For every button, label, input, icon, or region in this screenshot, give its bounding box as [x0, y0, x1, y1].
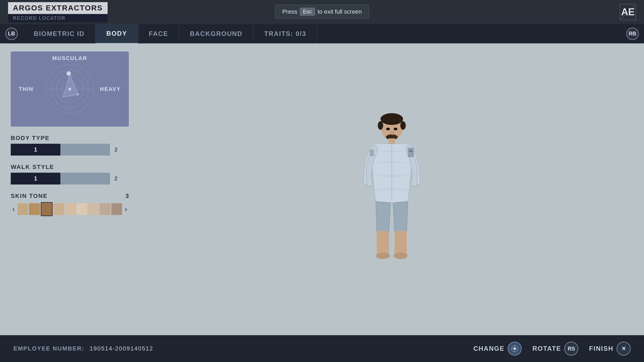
tab-traits[interactable]: TRAITS: 0/3 [254, 24, 317, 43]
svg-rect-26 [408, 148, 414, 157]
finish-label: FINISH [589, 345, 613, 352]
svg-point-14 [76, 93, 79, 96]
radar-container: MUSCULAR THIN HEAVY [11, 51, 129, 127]
skin-tone-picker: ‹ › [11, 202, 129, 216]
body-type-section: BODY TYPE 1 2 [11, 135, 129, 156]
ae-logo: AE [620, 4, 636, 20]
svg-rect-28 [370, 150, 374, 156]
finish-btn-label: ✕ [621, 345, 626, 352]
walk-style-track[interactable]: 1 2 [11, 173, 129, 184]
employee-number: 190514-2009140512 [90, 345, 153, 352]
change-label: CHANGE [473, 345, 504, 352]
svg-point-18 [400, 121, 406, 130]
svg-point-31 [376, 253, 390, 259]
nav-tabs: LB BIOMETRIC ID BODY FACE BACKGROUND TRA… [0, 24, 644, 43]
rotate-action[interactable]: ROTATE RS [532, 342, 578, 356]
svg-point-36 [513, 347, 516, 350]
swatch-2[interactable] [29, 203, 40, 215]
walk-style-value: 1 [31, 175, 40, 182]
esc-key[interactable]: Esc [300, 8, 315, 16]
radar-chart [40, 60, 99, 119]
walk-style-fill: 1 [11, 173, 60, 184]
svg-point-34 [394, 128, 397, 130]
esc-tooltip-text: to exit full screen [317, 8, 362, 15]
svg-point-12 [68, 88, 71, 90]
rotate-label: ROTATE [532, 345, 561, 352]
walk-style-max: 2 [114, 175, 118, 182]
svg-point-33 [386, 128, 390, 130]
title-block: ARGOS EXTRACTORS RECORD LOCATOR [8, 2, 108, 22]
body-type-value: 1 [31, 146, 40, 153]
character-view [140, 43, 644, 335]
lb-button[interactable]: LB [5, 28, 18, 40]
rotate-button[interactable]: RS [564, 342, 578, 356]
finish-button[interactable]: ✕ [617, 342, 631, 356]
tab-background[interactable]: BACKGROUND [179, 24, 254, 43]
body-type-max: 2 [114, 146, 118, 153]
body-type-fill: 1 [11, 144, 60, 156]
change-button[interactable] [508, 342, 522, 356]
svg-rect-20 [389, 138, 395, 144]
bottom-bar: EMPLOYEE NUMBER: 190514-2009140512 CHANG… [0, 335, 644, 362]
svg-point-17 [378, 121, 383, 130]
body-type-track[interactable]: 1 2 [11, 144, 129, 156]
finish-action[interactable]: FINISH ✕ [589, 342, 631, 356]
walk-style-section: WALK STYLE 1 2 [11, 164, 129, 184]
tab-body[interactable]: BODY [96, 24, 138, 43]
swatch-5[interactable] [65, 203, 76, 215]
tab-biometric[interactable]: BIOMETRIC ID [23, 24, 96, 43]
radar-heavy-label: HEAVY [100, 86, 121, 92]
character-figure [349, 109, 435, 270]
skin-tone-swatches [17, 202, 122, 216]
skin-tone-arrow-right[interactable]: › [123, 205, 129, 213]
employee-section: EMPLOYEE NUMBER: 190514-2009140512 [13, 345, 153, 352]
rotate-btn-label: RS [568, 346, 575, 352]
change-icon [511, 345, 518, 352]
skin-tone-label: SKIN TONE [11, 193, 47, 200]
app-title: ARGOS EXTRACTORS [8, 2, 108, 14]
walk-style-label: WALK STYLE [11, 164, 129, 171]
radar-thin-label: THIN [19, 86, 34, 92]
employee-label: EMPLOYEE NUMBER: [13, 345, 84, 352]
main-content: MUSCULAR THIN HEAVY [0, 43, 644, 335]
body-type-label: BODY TYPE [11, 135, 129, 142]
swatch-3[interactable] [41, 202, 53, 216]
swatch-8[interactable] [100, 203, 110, 215]
svg-rect-27 [409, 150, 412, 152]
radar-muscular-label: MUSCULAR [52, 55, 87, 61]
svg-point-32 [394, 253, 408, 259]
svg-marker-11 [63, 74, 78, 97]
svg-rect-29 [377, 231, 389, 255]
rb-button[interactable]: RB [626, 28, 639, 40]
skin-tone-section: SKIN TONE 3 ‹ › [11, 193, 129, 216]
esc-tooltip: Press Esc to exit full screen [275, 5, 369, 19]
swatch-1[interactable] [17, 203, 28, 215]
change-action[interactable]: CHANGE [473, 342, 522, 356]
left-panel: MUSCULAR THIN HEAVY [0, 43, 140, 335]
tab-face[interactable]: FACE [138, 24, 179, 43]
top-bar: ARGOS EXTRACTORS RECORD LOCATOR Press Es… [0, 0, 644, 24]
body-type-bar[interactable]: 1 [11, 144, 110, 156]
skin-tone-arrow-left[interactable]: ‹ [11, 205, 16, 213]
swatch-9[interactable] [111, 203, 122, 215]
svg-rect-30 [394, 231, 407, 255]
skin-tone-value: 3 [126, 193, 129, 200]
esc-tooltip-press: Press [282, 8, 297, 15]
swatch-4[interactable] [53, 203, 64, 215]
svg-point-13 [67, 71, 71, 76]
swatch-6[interactable] [76, 203, 87, 215]
subtitle: RECORD LOCATOR [8, 14, 108, 22]
swatch-7[interactable] [88, 203, 99, 215]
svg-point-16 [380, 113, 403, 125]
walk-style-bar[interactable]: 1 [11, 173, 110, 184]
skin-tone-header: SKIN TONE 3 [11, 193, 129, 200]
bottom-actions: CHANGE ROTATE RS FINISH ✕ [473, 342, 631, 356]
